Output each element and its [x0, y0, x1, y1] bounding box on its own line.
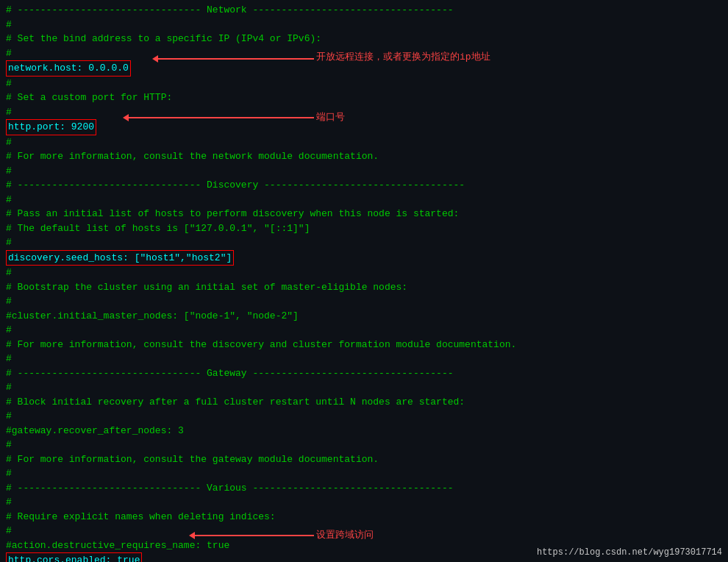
- code-line-l19: #: [6, 266, 722, 280]
- code-line-l17: #: [6, 235, 722, 250]
- code-line-l9: http.port: 9200: [6, 119, 722, 135]
- code-line-l6: #: [6, 77, 722, 91]
- code-line-l20: # Bootstrap the cluster using an initial…: [6, 280, 722, 295]
- code-line-l29: #: [6, 409, 722, 424]
- code-line-l35: #: [6, 495, 722, 510]
- code-area: # -------------------------------- Netwo…: [0, 0, 728, 562]
- code-line-l7: # Set a custom port for HTTP:: [6, 90, 722, 105]
- code-line-l24: # For more information, consult the disc…: [6, 338, 722, 352]
- code-line-l25: #: [6, 352, 722, 366]
- code-line-l33: #: [6, 466, 722, 481]
- code-line-l3: # Set the bind address to a specific IP …: [6, 32, 722, 46]
- code-line-l22: #cluster.initial_master_nodes: ["node-1"…: [6, 309, 722, 324]
- code-line-l31: #: [6, 438, 722, 452]
- code-line-l15: # Pass an initial list of hosts to perfo…: [6, 207, 722, 221]
- code-line-l23: #: [6, 323, 722, 338]
- code-line-l11: # For more information, consult the netw…: [6, 149, 722, 164]
- code-line-l37: #: [6, 524, 722, 538]
- code-line-l26: # -------------------------------- Gatew…: [6, 366, 722, 381]
- code-line-l16: # The default list of hosts is ["127.0.0…: [6, 221, 722, 236]
- code-line-l27: #: [6, 380, 722, 395]
- code-line-l4: #: [6, 46, 722, 61]
- code-line-l8: #: [6, 105, 722, 120]
- code-line-l10: #: [6, 135, 722, 150]
- code-line-l14: #: [6, 193, 722, 207]
- code-line-l12: #: [6, 164, 722, 179]
- bottom-bar: https://blog.csdn.net/wyg1973017714: [531, 543, 728, 562]
- code-line-l18: discovery.seed_hosts: ["host1","host2"]: [6, 250, 722, 266]
- code-line-l30: #gateway.recover_after_nodes: 3: [6, 424, 722, 438]
- code-line-l32: # For more information, consult the gate…: [6, 452, 722, 467]
- code-line-l34: # -------------------------------- Vario…: [6, 481, 722, 496]
- code-line-l21: #: [6, 294, 722, 309]
- code-line-l2: #: [6, 18, 722, 32]
- code-line-l28: # Block initial recovery after a full cl…: [6, 395, 722, 410]
- code-line-l36: # Require explicit names when deleting i…: [6, 510, 722, 524]
- code-line-l1: # -------------------------------- Netwo…: [6, 3, 722, 18]
- code-line-l5: network.host: 0.0.0.0: [6, 60, 722, 77]
- code-line-l13: # -------------------------------- Disco…: [6, 178, 722, 193]
